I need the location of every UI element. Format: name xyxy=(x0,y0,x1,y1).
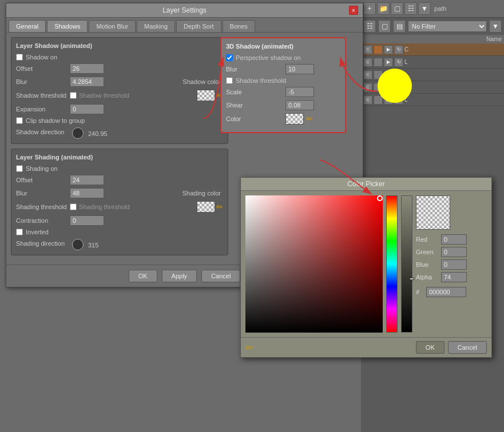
expansion-row: Expansion xyxy=(16,104,223,114)
close-button[interactable]: × xyxy=(349,6,358,15)
3d-color-pencil[interactable]: ✏ xyxy=(306,114,313,123)
rp-add-icon[interactable]: + xyxy=(363,2,376,15)
apply-button[interactable]: Apply xyxy=(162,270,197,282)
3d-color-swatch[interactable] xyxy=(285,113,304,125)
shadow-direction-circle[interactable] xyxy=(72,127,84,139)
shadow-direction-label: Shadow direction xyxy=(16,129,68,135)
layer-shading-title: Layer Shading (animated) xyxy=(16,154,223,161)
shading-threshold-text: Shading threshold xyxy=(79,203,130,210)
rp-row-label-2: L xyxy=(404,59,502,65)
rp-filter-icon[interactable]: ☷ xyxy=(363,20,376,33)
layer-shadow-title: Layer Shadow (animated) xyxy=(16,42,223,49)
shading-on-row: Shading on xyxy=(16,165,223,172)
cp-ok-button[interactable]: OK xyxy=(416,341,445,354)
perspective-label: Perspective shadow on xyxy=(236,54,301,61)
cancel-button[interactable]: Cancel xyxy=(201,270,240,282)
blur-label: Blur xyxy=(16,78,68,85)
layer-shadow-section: Layer Shadow (animated) Shadow on Offset… xyxy=(11,37,228,144)
rp-row-icon-6 xyxy=(374,58,383,67)
inverted-checkbox[interactable] xyxy=(16,229,23,235)
rp-img-icon[interactable]: ▢ xyxy=(391,2,403,15)
shadow-3d-panel: 3D Shadow (animated) Perspective shadow … xyxy=(220,37,346,133)
alpha-input[interactable] xyxy=(441,272,467,282)
perspective-shadow-row: Perspective shadow on xyxy=(226,54,340,61)
3d-shear-input[interactable] xyxy=(285,100,314,110)
rp-row-1[interactable]: C ▶ ↻ C xyxy=(361,43,504,56)
ok-button[interactable]: OK xyxy=(129,270,157,282)
clip-shadow-checkbox[interactable] xyxy=(16,117,23,124)
alpha-channel-row: Alpha xyxy=(416,272,487,282)
alpha-strip[interactable] xyxy=(401,195,412,333)
color-picker-dialog: Color Picker Red Green xyxy=(240,177,492,358)
rp-filter-select[interactable]: No Filter xyxy=(408,21,487,32)
shading-offset-input[interactable] xyxy=(70,175,104,185)
rp-row-icon-9: C xyxy=(363,70,372,79)
inverted-row: Inverted xyxy=(16,229,223,235)
cp-right-controls: Red Green Blue Alpha # xyxy=(416,195,487,333)
shading-offset-label: Offset xyxy=(16,177,68,183)
red-channel-row: Red xyxy=(416,234,487,245)
contraction-input[interactable] xyxy=(70,215,104,226)
layer-shading-section: Layer Shading (animated) Shading on Offs… xyxy=(11,149,228,255)
rp-more-icon[interactable]: ▼ xyxy=(418,2,431,15)
cp-btn-row: OK Cancel xyxy=(416,341,487,354)
3d-color-row: Color ✏ xyxy=(226,113,340,125)
shading-blur-input[interactable] xyxy=(70,188,104,198)
tab-depth-sort[interactable]: Depth Sort xyxy=(176,20,221,32)
shading-direction-circle[interactable] xyxy=(72,239,84,250)
shading-on-checkbox[interactable] xyxy=(16,165,23,172)
green-label: Green xyxy=(416,249,439,255)
shadow-on-checkbox[interactable] xyxy=(16,54,23,61)
rp-row-icon-3: ▶ xyxy=(384,45,393,54)
alpha-indicator xyxy=(410,278,414,280)
tab-masking[interactable]: Masking xyxy=(137,20,175,32)
shading-direction-label: Shading direction xyxy=(16,240,68,247)
3d-scale-input[interactable] xyxy=(285,87,314,97)
shading-color-pencil[interactable]: ✏ xyxy=(216,202,223,211)
blur-input[interactable] xyxy=(70,77,104,87)
shadow-color-swatch-row: Shadow threshold Shadow threshold ✏ xyxy=(16,90,223,101)
offset-input[interactable] xyxy=(70,63,104,74)
hex-input[interactable] xyxy=(426,287,466,297)
expansion-input[interactable] xyxy=(70,104,104,114)
3d-shadow-threshold-row: Shadow threshold xyxy=(226,77,340,84)
cp-cancel-button[interactable]: Cancel xyxy=(448,341,487,354)
tab-shadows[interactable]: Shadows xyxy=(47,20,88,32)
3d-scale-label: Scale xyxy=(226,89,283,95)
dialog-title: Layer Settings xyxy=(20,6,349,14)
3d-blur-label: Blur xyxy=(226,66,283,73)
rp-arrow-icon[interactable]: ▼ xyxy=(489,20,502,33)
green-input[interactable] xyxy=(441,247,467,257)
rp-row-icon-5: C xyxy=(363,58,372,67)
rp-layer-icon[interactable]: ▤ xyxy=(393,20,406,33)
rp-folder-icon[interactable]: 📁 xyxy=(377,2,390,15)
shading-direction-value: 315 xyxy=(88,242,98,249)
cp-eyedropper-icon[interactable]: ✏ xyxy=(245,342,253,353)
tab-general[interactable]: General xyxy=(9,20,46,32)
shadow-threshold-checkbox[interactable] xyxy=(70,92,77,99)
rp-row-label-5: L xyxy=(404,97,502,103)
tab-bones[interactable]: Bones xyxy=(223,20,255,32)
blue-input[interactable] xyxy=(441,259,467,270)
3d-blur-input[interactable] xyxy=(285,64,314,74)
3d-shear-row: Shear xyxy=(226,100,340,110)
rp-row-label-1: C xyxy=(404,46,502,53)
perspective-checkbox[interactable] xyxy=(226,54,233,61)
rp-row-icon-7: ▶ xyxy=(384,58,393,67)
color-gradient-box[interactable] xyxy=(245,195,383,333)
green-channel-row: Green xyxy=(416,247,487,257)
shading-threshold-checkbox[interactable] xyxy=(70,203,77,210)
tab-motion-blur[interactable]: Motion Blur xyxy=(89,20,136,32)
shading-blur-label: Blur xyxy=(16,190,68,197)
shading-color-swatch[interactable] xyxy=(197,201,215,213)
3d-shadow-threshold-checkbox[interactable] xyxy=(226,77,233,84)
rp-grid-icon[interactable]: ☷ xyxy=(404,2,417,15)
3d-scale-row: Scale xyxy=(226,87,340,97)
hue-strip[interactable] xyxy=(386,195,398,333)
red-input[interactable] xyxy=(441,234,467,245)
rp-folder2-icon[interactable]: ▢ xyxy=(378,20,391,33)
shading-offset-row: Offset xyxy=(16,175,223,185)
shadow-color-swatch[interactable] xyxy=(197,90,215,101)
rp-row-2[interactable]: C ▶ ↻ L xyxy=(361,56,504,69)
rp-filter-row: ☷ ▢ ▤ No Filter ▼ xyxy=(361,18,504,35)
